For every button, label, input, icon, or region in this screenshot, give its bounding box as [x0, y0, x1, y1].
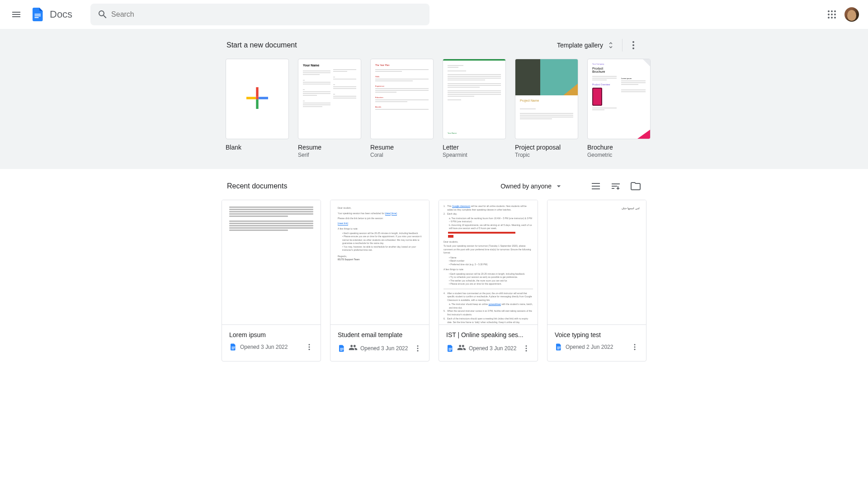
doc-thumbnail	[222, 200, 321, 325]
doc-title: Voice typing test	[555, 331, 639, 338]
template-resume-coral[interactable]: The Year Plan Skills Experience Educatio…	[370, 59, 434, 158]
svg-rect-27	[340, 349, 344, 350]
template-subtitle: Spearmint	[443, 152, 506, 158]
doc-more-button[interactable]	[414, 344, 422, 352]
template-title: Resume	[370, 144, 434, 151]
template-resume-serif[interactable]: Your Name — — — — — — Resume Se	[298, 59, 361, 158]
folder-icon	[630, 181, 641, 192]
unfold-icon	[607, 41, 615, 49]
svg-point-13	[632, 44, 634, 46]
template-row: Blank Your Name — — — — —	[224, 59, 644, 158]
template-subtitle: Geometric	[587, 152, 651, 158]
svg-rect-22	[231, 349, 234, 349]
svg-rect-2	[35, 17, 39, 18]
template-brochure[interactable]: Your Company Product Brochure Product Ov…	[587, 59, 651, 158]
template-letter-spearmint[interactable]: Your Name Letter Spearmint	[443, 59, 506, 158]
doc-date: Opened 3 Jun 2022	[469, 345, 519, 352]
docs-file-icon	[338, 344, 346, 352]
template-more-button[interactable]	[625, 37, 642, 53]
open-file-picker-button[interactable]	[630, 181, 641, 192]
shared-icon	[457, 343, 466, 354]
more-vert-icon	[414, 344, 422, 352]
google-apps-button[interactable]	[823, 5, 841, 23]
more-vert-icon	[628, 40, 639, 51]
search-icon[interactable]	[94, 5, 111, 23]
svg-point-12	[632, 41, 634, 43]
doc-card[interactable]: Dear student, Your speaking session has …	[330, 200, 429, 361]
doc-title: Student email template	[338, 331, 422, 338]
template-title: Brochure	[587, 144, 651, 151]
doc-date: Opened 2 Jun 2022	[566, 344, 628, 350]
svg-rect-38	[557, 347, 561, 347]
more-vert-icon	[522, 344, 530, 352]
template-title: Project proposal	[515, 144, 578, 151]
template-section: Start a new document Template gallery	[0, 29, 868, 169]
svg-rect-1	[35, 15, 41, 16]
svg-point-14	[632, 47, 634, 49]
recent-grid: Lorem ipsum Opened 3 Jun 2022 Dear	[222, 200, 646, 361]
svg-point-31	[417, 350, 419, 352]
svg-point-9	[828, 17, 830, 19]
svg-rect-0	[35, 14, 41, 15]
svg-point-43	[634, 349, 636, 350]
apps-grid-icon	[826, 9, 837, 20]
template-title: Blank	[226, 144, 289, 151]
doc-more-button[interactable]	[305, 343, 313, 351]
doc-thumbnail: Dear student, Your speaking session has …	[330, 200, 429, 325]
svg-rect-34	[448, 350, 451, 351]
svg-point-30	[417, 348, 419, 349]
svg-point-7	[831, 14, 833, 15]
svg-rect-17	[256, 99, 258, 109]
search-input[interactable]	[111, 10, 426, 19]
doc-more-button[interactable]	[631, 343, 639, 351]
svg-rect-16	[259, 97, 268, 99]
owner-filter-dropdown[interactable]: Owned by anyone	[500, 182, 563, 191]
owner-filter-label: Owned by anyone	[500, 183, 552, 190]
sort-button[interactable]	[610, 181, 621, 192]
account-avatar[interactable]	[844, 7, 859, 22]
app-name: Docs	[50, 9, 72, 20]
svg-rect-40	[557, 349, 559, 349]
template-gallery-button[interactable]: Template gallery	[552, 38, 619, 52]
doc-card[interactable]: Lorem ipsum Opened 3 Jun 2022	[222, 200, 321, 361]
template-title: Resume	[298, 144, 361, 151]
doc-card[interactable]: امي اسمها حنان Voice typing test Opened …	[547, 200, 646, 361]
docs-file-icon	[229, 343, 237, 351]
template-subtitle: Coral	[370, 152, 434, 158]
svg-rect-19	[256, 97, 258, 99]
svg-point-10	[831, 17, 833, 19]
doc-date: Opened 3 Jun 2022	[240, 344, 302, 350]
search-bar[interactable]	[90, 4, 429, 25]
template-subtitle: Serif	[298, 152, 361, 158]
svg-rect-26	[340, 348, 344, 348]
svg-rect-20	[231, 347, 235, 347]
template-project-proposal[interactable]: Project Name Project proposal Tropic	[515, 59, 578, 158]
doc-date: Opened 3 Jun 2022	[360, 345, 411, 352]
svg-point-37	[526, 350, 527, 352]
doc-more-button[interactable]	[522, 344, 530, 352]
docs-logo-icon	[29, 5, 47, 23]
template-subtitle: Tropic	[515, 152, 578, 158]
template-heading: Start a new document	[226, 41, 297, 49]
svg-point-24	[309, 347, 310, 348]
doc-thumbnail: امي اسمها حنان	[547, 200, 646, 325]
svg-point-8	[834, 14, 836, 15]
recent-section: Recent documents Owned by anyone	[0, 169, 868, 380]
hamburger-icon	[11, 9, 22, 20]
main-menu-button[interactable]	[5, 4, 27, 25]
more-vert-icon	[305, 343, 313, 351]
doc-card[interactable]: 1.This Google classroom will be used for…	[439, 200, 538, 361]
docs-file-icon	[555, 343, 563, 351]
dropdown-icon	[554, 182, 563, 191]
recent-heading: Recent documents	[227, 182, 287, 190]
svg-point-36	[526, 348, 527, 349]
list-icon	[590, 181, 601, 192]
list-view-button[interactable]	[590, 181, 601, 192]
sort-az-icon	[610, 181, 621, 192]
svg-point-25	[309, 349, 310, 350]
doc-title: Lorem ipsum	[229, 331, 313, 338]
svg-rect-21	[231, 348, 235, 348]
template-blank[interactable]: Blank	[226, 59, 289, 158]
app-logo[interactable]: Docs	[29, 5, 72, 23]
svg-rect-39	[557, 348, 561, 348]
